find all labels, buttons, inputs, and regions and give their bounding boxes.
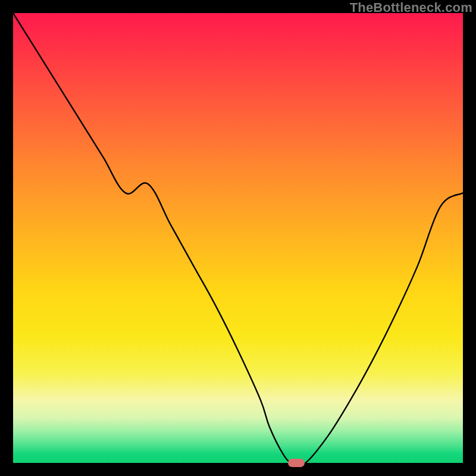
optimal-marker	[288, 459, 305, 467]
bottleneck-curve	[13, 13, 463, 463]
plot-area	[13, 13, 463, 463]
chart-frame: TheBottleneck.com	[0, 0, 476, 476]
